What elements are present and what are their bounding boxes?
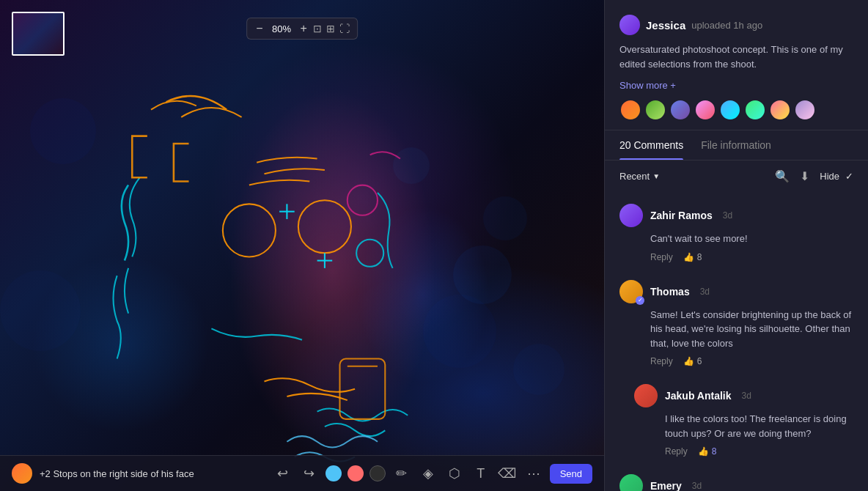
comment-actions: Reply 👍 6 xyxy=(650,356,853,366)
collaborator-avatar[interactable] xyxy=(719,99,741,121)
collaborator-avatar[interactable] xyxy=(619,99,641,121)
color-blue-tool[interactable] xyxy=(326,465,342,481)
file-description: Oversaturated photoshoot concept. This i… xyxy=(619,43,853,71)
commenter-avatar xyxy=(619,474,643,491)
send-button[interactable]: Send xyxy=(550,464,592,484)
photo-background xyxy=(0,0,604,491)
like-button[interactable]: 👍 6 xyxy=(683,356,702,366)
uploader-row: Jessica uploaded 1h ago xyxy=(619,15,853,35)
comment-header: Jakub Antalik 3d xyxy=(634,384,853,407)
annotation-note-text: +2 Stops on the right side of his face xyxy=(40,468,265,479)
commenter-avatar xyxy=(634,384,658,407)
comment-time: 3d xyxy=(692,481,702,491)
color-black-tool[interactable] xyxy=(369,465,386,481)
file-header: Jessica uploaded 1h ago Oversaturated ph… xyxy=(605,0,868,130)
search-comments-icon[interactable]: 🔍 xyxy=(775,169,790,183)
commenter-name: Emery xyxy=(650,480,682,491)
comment-item: Thomas 3d Same! Let's consider brighteni… xyxy=(605,271,868,376)
reply-button[interactable]: Reply xyxy=(650,356,673,366)
zoom-level-display: 80% xyxy=(269,23,295,34)
sort-label: Recent xyxy=(619,171,650,182)
sort-chevron-icon: ▼ xyxy=(652,172,660,180)
comment-body: Can't wait to see more! xyxy=(650,232,853,246)
collaborator-avatar[interactable] xyxy=(794,99,816,121)
zoom-out-button[interactable]: − xyxy=(254,23,264,34)
comment-time: 3d xyxy=(742,391,751,401)
collaborator-avatar[interactable] xyxy=(669,99,691,121)
eraser-tool[interactable]: ⌫ xyxy=(497,463,518,484)
thumbs-up-icon: 👍 xyxy=(683,356,694,366)
comment-item-nested: Jakub Antalik 3d I like the colors too! … xyxy=(605,375,868,465)
color-red-tool[interactable] xyxy=(347,465,364,481)
reply-button[interactable]: Reply xyxy=(665,446,688,457)
comment-time: 3d xyxy=(700,287,710,297)
commenter-avatar xyxy=(619,204,643,227)
comment-item: Emery 3d We're doing the touch ups in ho… xyxy=(605,465,868,491)
uploader-avatar xyxy=(619,15,640,35)
annotation-tools: ↩ ↪ ✏ ◈ ⬡ T ⌫ ⋯ Send xyxy=(273,463,592,484)
comment-body: Same! Let's consider brightening up the … xyxy=(650,308,853,351)
upload-time: uploaded 1h ago xyxy=(691,20,762,31)
reply-button[interactable]: Reply xyxy=(650,252,673,262)
undo-button[interactable]: ↩ xyxy=(273,463,293,484)
sort-recent-button[interactable]: Recent ▼ xyxy=(619,171,660,182)
collaborators-avatars xyxy=(619,99,853,121)
marker-tool[interactable]: ⬡ xyxy=(444,463,465,484)
like-count: 8 xyxy=(697,252,702,262)
download-icon[interactable]: ⬇ xyxy=(800,169,809,183)
hide-check-icon: ✓ xyxy=(845,171,853,182)
image-thumbnail[interactable] xyxy=(12,12,65,56)
comment-body: I like the colors too! The freelancer is… xyxy=(665,412,853,440)
commenter-name: Jakub Antalik xyxy=(665,390,732,402)
comment-actions: Reply 👍 8 xyxy=(650,252,853,262)
hide-label: Hide xyxy=(820,171,839,182)
zoom-controls: − 80% + ⊡ ⊞ ⛶ xyxy=(246,18,358,40)
tab-file-information[interactable]: File information xyxy=(701,130,771,160)
canvas-image: − 80% + ⊡ ⊞ ⛶ +2 Stops on the right side… xyxy=(0,0,604,491)
fit-view-icon[interactable]: ⊡ xyxy=(313,23,322,34)
annotation-bar: +2 Stops on the right side of his face ↩… xyxy=(0,455,604,491)
comment-header: Emery 3d xyxy=(619,474,853,491)
hide-button[interactable]: Hide ✓ xyxy=(820,171,853,182)
fullscreen-icon[interactable]: ⛶ xyxy=(339,23,350,34)
pen-tool[interactable]: ✏ xyxy=(391,463,412,484)
tab-comments[interactable]: 20 Comments xyxy=(619,130,683,160)
collaborator-avatar[interactable] xyxy=(644,99,666,121)
like-button[interactable]: 👍 8 xyxy=(683,252,702,262)
uploader-name: Jessica xyxy=(646,19,685,32)
zoom-in-button[interactable]: + xyxy=(299,23,309,34)
redo-button[interactable]: ↪ xyxy=(299,463,320,484)
like-button[interactable]: 👍 8 xyxy=(698,446,717,457)
comment-time: 3d xyxy=(723,210,732,221)
comment-header: Zahir Ramos 3d xyxy=(619,204,853,227)
comments-action-icons: 🔍 ⬇ Hide ✓ xyxy=(775,169,853,183)
tabs-row: 20 Comments File information xyxy=(605,130,868,160)
show-more-button[interactable]: Show more + xyxy=(619,80,676,91)
thumbs-up-icon: 👍 xyxy=(698,446,709,457)
comment-item: Zahir Ramos 3d Can't wait to see more! R… xyxy=(605,195,868,271)
commenter-name: Thomas xyxy=(650,286,690,298)
comment-actions: Reply 👍 8 xyxy=(665,446,853,457)
collaborator-avatar[interactable] xyxy=(744,99,766,121)
collaborator-avatar[interactable] xyxy=(694,99,716,121)
collaborator-avatar[interactable] xyxy=(769,99,791,121)
more-tools[interactable]: ⋯ xyxy=(523,463,544,484)
right-panel: Jessica uploaded 1h ago Oversaturated ph… xyxy=(604,0,868,491)
comments-list: Zahir Ramos 3d Can't wait to see more! R… xyxy=(605,192,868,491)
comments-controls: Recent ▼ 🔍 ⬇ Hide ✓ xyxy=(605,160,868,192)
canvas-area: − 80% + ⊡ ⊞ ⛶ +2 Stops on the right side… xyxy=(0,0,604,491)
thumbs-up-icon: 👍 xyxy=(683,252,694,262)
commenter-name: Zahir Ramos xyxy=(650,210,713,221)
like-count: 8 xyxy=(712,446,717,457)
commenter-avatar xyxy=(619,280,643,303)
actual-size-icon[interactable]: ⊞ xyxy=(326,23,335,34)
current-user-avatar xyxy=(12,463,32,484)
text-tool[interactable]: T xyxy=(471,463,491,484)
shape-tool[interactable]: ◈ xyxy=(418,463,438,484)
like-count: 6 xyxy=(697,356,702,366)
comment-header: Thomas 3d xyxy=(619,280,853,303)
